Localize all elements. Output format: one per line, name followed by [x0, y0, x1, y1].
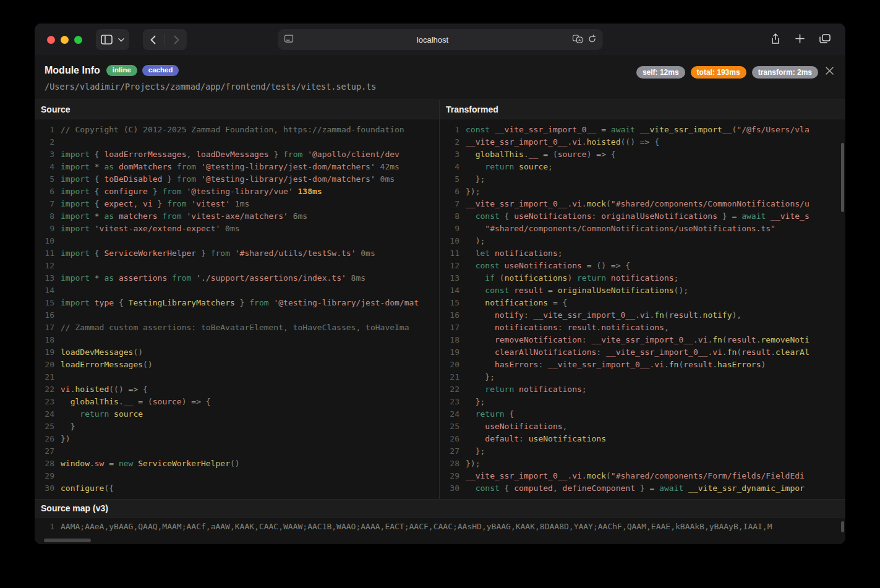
- code-line: 24 return source: [35, 408, 439, 420]
- code-token: hasErrors: [495, 360, 538, 369]
- sourcemap-body[interactable]: 1 AAMA;AAeA,yBAAG,QAAQ,MAAM;AACf,aAAW,KA…: [35, 518, 845, 544]
- code-token: *: [90, 162, 104, 171]
- code-token: vi: [712, 347, 722, 357]
- code-token: {: [90, 174, 104, 184]
- code-token: __vite_ssr_import_0__: [606, 347, 707, 357]
- code-token: } =: [635, 484, 659, 493]
- code-text: }): [61, 433, 70, 445]
- code-line: 6import { configure } from '@testing-lib…: [35, 185, 439, 198]
- code-text: };: [466, 173, 485, 185]
- code-token: return: [80, 409, 109, 419]
- code-token: useNotifications: [485, 422, 562, 431]
- address-bar[interactable]: localhost A: [278, 29, 602, 50]
- code-token: notifications: [514, 385, 582, 394]
- vertical-scrollbar[interactable]: [841, 143, 844, 212]
- code-token: matchers: [114, 211, 157, 221]
- line-number: 1: [35, 124, 61, 136]
- code-text: configure({: [61, 482, 114, 495]
- code-text: notifications: result.notifications,: [466, 322, 669, 334]
- sidebar-icon: [101, 35, 113, 45]
- new-tab-button[interactable]: [795, 34, 805, 45]
- code-token: '@testing-library/jest-dom/mat: [269, 298, 419, 307]
- code-token: result: [727, 335, 756, 344]
- code-line: 6});: [440, 185, 845, 198]
- new-tab-icon: [795, 34, 805, 45]
- code-line: 8import * as matchers from 'vitest-axe/m…: [35, 210, 439, 223]
- line-number: 23: [440, 396, 466, 408]
- code-token: =: [543, 286, 557, 295]
- code-token: .: [596, 323, 601, 332]
- code-text: if (notifications) return notifications;: [466, 272, 678, 284]
- sidebar-toggle[interactable]: [96, 29, 129, 50]
- tab-overview-button[interactable]: [819, 34, 831, 45]
- code-token: import: [61, 150, 90, 159]
- code-token: .: [698, 310, 703, 320]
- code-token: [466, 422, 485, 431]
- reload-button[interactable]: [587, 35, 596, 45]
- code-line: 1const __vite_ssr_import_0__ = await __v…: [440, 124, 845, 136]
- code-line: 12: [35, 260, 439, 272]
- code-token: (): [230, 459, 240, 468]
- transformed-code[interactable]: 1const __vite_ssr_import_0__ = await __v…: [440, 119, 845, 499]
- code-token: :: [538, 360, 548, 369]
- translate-button[interactable]: A: [572, 35, 583, 45]
- code-text: const { computed, defineComponent } = aw…: [466, 482, 805, 495]
- code-token: import: [61, 187, 90, 196]
- line-number: 24: [440, 408, 466, 420]
- code-text: const result = originalUseNotifications(…: [466, 284, 688, 297]
- line-number: 27: [35, 445, 61, 458]
- code-token: originalUseNotifications: [558, 286, 674, 295]
- code-token: [466, 249, 476, 258]
- code-text: useNotifications,: [466, 420, 567, 433]
- code-token: result: [741, 347, 771, 357]
- line-number: 12: [35, 260, 61, 272]
- zoom-window-button[interactable]: [74, 36, 82, 44]
- code-token: import: [61, 211, 90, 221]
- code-token: const: [476, 211, 500, 221]
- code-token: .: [771, 347, 775, 357]
- code-text: };: [466, 371, 495, 383]
- code-token: };: [466, 446, 485, 456]
- code-token: '@apollo/client/dev: [302, 150, 399, 159]
- code-text: loadErrorMessages(): [61, 359, 153, 371]
- code-panels: Source 1// Copyright (C) 2012-2025 Zamma…: [35, 100, 845, 500]
- code-line: 14: [35, 284, 439, 297]
- code-token: vi: [654, 360, 664, 369]
- back-button[interactable]: [150, 35, 156, 45]
- code-token: (): [143, 360, 153, 369]
- code-token: [466, 385, 485, 394]
- forward-button[interactable]: [174, 35, 179, 45]
- code-token: };: [466, 372, 495, 381]
- sourcemap-scrollbar[interactable]: [841, 521, 844, 532]
- line-number: 11: [440, 247, 466, 260]
- code-token: ();: [674, 286, 688, 295]
- code-token: from: [158, 211, 182, 221]
- code-text: return source: [61, 408, 143, 420]
- nav-divider: [164, 34, 165, 45]
- horizontal-scrollbar[interactable]: [44, 539, 91, 542]
- minimize-window-button[interactable]: [61, 36, 69, 44]
- share-button[interactable]: [771, 33, 780, 46]
- line-number: 6: [440, 185, 466, 198]
- code-token: ;: [674, 273, 679, 283]
- code-token: loadErrorMessages: [104, 150, 186, 159]
- line-number: 26: [440, 433, 466, 445]
- code-token: ,: [664, 323, 669, 332]
- code-token: ,: [187, 150, 197, 159]
- code-token: .: [693, 335, 698, 344]
- code-token: {: [90, 187, 104, 196]
- badge-inline: inline: [106, 65, 137, 76]
- code-token: from: [167, 199, 186, 208]
- close-panel-button[interactable]: [822, 64, 837, 80]
- source-code[interactable]: 1// Copyright (C) 2012-2025 Zammad Found…: [35, 119, 439, 499]
- code-token: vi: [572, 471, 582, 480]
- code-token: import: [61, 174, 90, 184]
- code-text: );: [466, 235, 485, 247]
- code-token: 'vitest-axe/matchers': [182, 211, 288, 221]
- code-token: source: [153, 397, 182, 406]
- code-line: 15import type { TestingLibraryMatchers }…: [35, 297, 439, 309]
- code-token: from: [177, 174, 196, 184]
- close-window-button[interactable]: [47, 36, 55, 44]
- code-line: 17 notifications: result.notifications,: [440, 322, 845, 334]
- code-token: from: [167, 273, 191, 283]
